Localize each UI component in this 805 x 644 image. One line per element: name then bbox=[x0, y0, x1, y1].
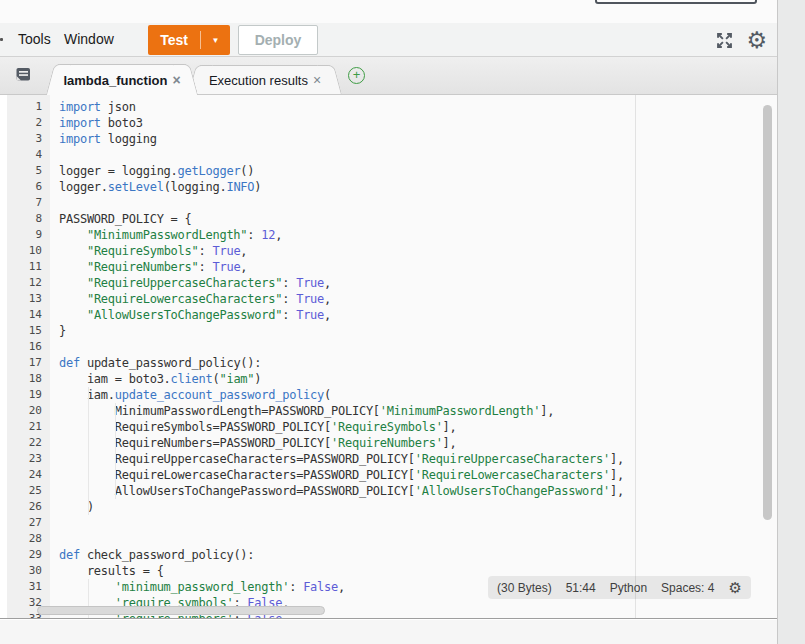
line-number[interactable]: 1 bbox=[7, 99, 50, 115]
cursor-position: 51:44 bbox=[566, 581, 596, 595]
editor-status-bar: (30 Bytes) 51:44 Python Spaces: 4 ⚙ bbox=[488, 576, 751, 599]
bottom-strip bbox=[0, 620, 777, 644]
lambda-code-editor-window: Tools Window Test ▼ Deploy ⚙ bbox=[0, 0, 805, 644]
code-line: "RequireUppercaseCharacters": True, bbox=[59, 275, 777, 291]
code-line: "RequireSymbols": True, bbox=[59, 243, 777, 259]
line-number[interactable]: 21 bbox=[7, 419, 50, 435]
new-tab-plus-icon[interactable]: + bbox=[348, 67, 365, 84]
popup-fragment bbox=[595, 0, 757, 4]
code-line: iam.update_account_password_policy( bbox=[59, 387, 777, 403]
line-number[interactable]: 19 bbox=[7, 387, 50, 403]
horizontal-scrollbar[interactable] bbox=[37, 606, 325, 615]
vertical-scrollbar[interactable] bbox=[763, 105, 772, 520]
line-number[interactable]: 23 bbox=[7, 451, 50, 467]
code-line: RequireSymbols=PASSWORD_POLICY['RequireS… bbox=[59, 419, 777, 435]
line-number[interactable]: 8 bbox=[7, 211, 50, 227]
code-line bbox=[59, 339, 777, 355]
code-line: MinimumPasswordLength=PASSWORD_POLICY['M… bbox=[59, 403, 777, 419]
code-line: import logging bbox=[59, 131, 777, 147]
line-number[interactable]: 20 bbox=[7, 403, 50, 419]
right-rail bbox=[777, 0, 805, 644]
code-line: logger.setLevel(logging.INFO) bbox=[59, 179, 777, 195]
line-number[interactable]: 15 bbox=[7, 323, 50, 339]
line-number[interactable]: 24 bbox=[7, 467, 50, 483]
language-mode[interactable]: Python bbox=[610, 581, 647, 595]
line-number[interactable]: 27 bbox=[7, 515, 50, 531]
code-line bbox=[59, 195, 777, 211]
code-line: PASSWORD_POLICY = { bbox=[59, 211, 777, 227]
test-button[interactable]: Test ▼ bbox=[148, 25, 230, 55]
code-line bbox=[59, 515, 777, 531]
code-line: logger = logging.getLogger() bbox=[59, 163, 777, 179]
line-number[interactable]: 26 bbox=[7, 499, 50, 515]
line-number[interactable]: 12 bbox=[7, 275, 50, 291]
line-number[interactable]: 18 bbox=[7, 371, 50, 387]
settings-gear-icon[interactable]: ⚙ bbox=[746, 29, 767, 52]
tab-label[interactable]: Execution results bbox=[209, 73, 308, 88]
code-line: AllowUsersToChangePassword=PASSWORD_POLI… bbox=[59, 483, 777, 499]
code-line: def check_password_policy(): bbox=[59, 547, 777, 563]
code-line: "MinimumPasswordLength": 12, bbox=[59, 227, 777, 243]
code-line: "RequireLowercaseCharacters": True, bbox=[59, 291, 777, 307]
line-number[interactable]: 30 bbox=[7, 563, 50, 579]
menu-bar: Tools Window Test ▼ Deploy ⚙ bbox=[0, 23, 777, 57]
code-line: RequireUppercaseCharacters=PASSWORD_POLI… bbox=[59, 451, 777, 467]
line-number[interactable]: 10 bbox=[7, 243, 50, 259]
line-number[interactable]: 28 bbox=[7, 531, 50, 547]
line-number[interactable]: 11 bbox=[7, 259, 50, 275]
tab-label[interactable]: lambda_function bbox=[63, 73, 167, 88]
line-number[interactable]: 31 bbox=[7, 579, 50, 595]
line-number[interactable]: 13 bbox=[7, 291, 50, 307]
tab-close-icon[interactable]: × bbox=[172, 73, 180, 87]
tab-close-icon[interactable]: × bbox=[313, 73, 321, 87]
file-size: (30 Bytes) bbox=[497, 581, 552, 595]
line-number[interactable]: 4 bbox=[7, 147, 50, 163]
test-button-label[interactable]: Test bbox=[148, 32, 200, 48]
menu-item-window[interactable]: Window bbox=[64, 23, 114, 56]
code-area[interactable]: import jsonimport boto3import logginglog… bbox=[50, 95, 777, 618]
deploy-button[interactable]: Deploy bbox=[238, 25, 318, 55]
top-strip bbox=[0, 0, 777, 23]
fullscreen-icon[interactable] bbox=[715, 31, 734, 50]
code-line bbox=[59, 531, 777, 547]
indent-guide bbox=[115, 403, 116, 499]
caret-down-icon[interactable]: ▼ bbox=[201, 35, 230, 45]
cutoff-menu-item bbox=[0, 38, 3, 41]
tab-execution-results[interactable]: Execution results × bbox=[200, 65, 330, 94]
code-line: import json bbox=[59, 99, 777, 115]
code-line: import boto3 bbox=[59, 115, 777, 131]
line-number[interactable]: 9 bbox=[7, 227, 50, 243]
line-number[interactable]: 17 bbox=[7, 355, 50, 371]
indentation-setting[interactable]: Spaces: 4 bbox=[661, 581, 714, 595]
indent-guide bbox=[88, 387, 89, 515]
menu-item-tools[interactable]: Tools bbox=[18, 23, 51, 56]
tab-lambda-function[interactable]: lambda_function × bbox=[58, 64, 186, 95]
editor-settings-gear-icon[interactable]: ⚙ bbox=[728, 580, 741, 595]
line-number[interactable]: 5 bbox=[7, 163, 50, 179]
code-line bbox=[59, 147, 777, 163]
line-number[interactable]: 7 bbox=[7, 195, 50, 211]
line-number[interactable]: 6 bbox=[7, 179, 50, 195]
line-number[interactable]: 14 bbox=[7, 307, 50, 323]
gutter[interactable]: 1234567891011121314151617181920212223242… bbox=[0, 95, 50, 618]
code-line: } bbox=[59, 323, 777, 339]
code-editor[interactable]: 1234567891011121314151617181920212223242… bbox=[0, 95, 777, 619]
line-number[interactable]: 22 bbox=[7, 435, 50, 451]
line-number[interactable]: 16 bbox=[7, 339, 50, 355]
line-number[interactable]: 3 bbox=[7, 131, 50, 147]
line-number[interactable]: 2 bbox=[7, 115, 50, 131]
print-margin-line bbox=[635, 95, 636, 618]
tab-bar: lambda_function × Execution results × + bbox=[0, 57, 777, 95]
code-line: iam = boto3.client("iam") bbox=[59, 371, 777, 387]
tab-list-icon[interactable] bbox=[13, 66, 32, 83]
line-number[interactable]: 25 bbox=[7, 483, 50, 499]
code-line: "RequireNumbers": True, bbox=[59, 259, 777, 275]
code-line: RequireLowercaseCharacters=PASSWORD_POLI… bbox=[59, 467, 777, 483]
window-controls: ⚙ bbox=[715, 23, 767, 57]
code-line: ) bbox=[59, 499, 777, 515]
line-number[interactable]: 29 bbox=[7, 547, 50, 563]
code-line: RequireNumbers=PASSWORD_POLICY['RequireN… bbox=[59, 435, 777, 451]
code-line: "AllowUsersToChangePassword": True, bbox=[59, 307, 777, 323]
code-line: def update_password_policy(): bbox=[59, 355, 777, 371]
